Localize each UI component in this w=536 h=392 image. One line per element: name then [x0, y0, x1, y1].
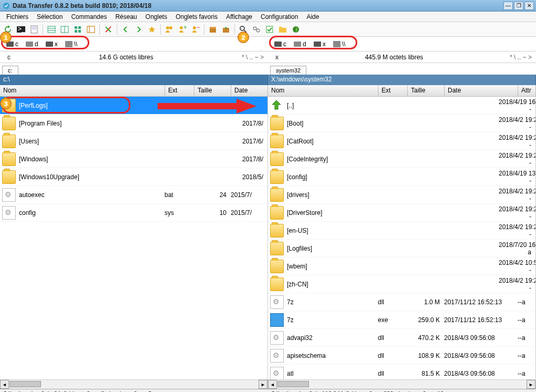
tab-left[interactable]: c:	[2, 66, 18, 75]
drive-label-right[interactable]: x	[275, 54, 279, 61]
scroll-right-arrow[interactable]: ►	[259, 380, 267, 389]
file-row[interactable]: atldll81.5 K2018/4/3 09:56:08--a	[268, 365, 535, 379]
col-ext[interactable]: Ext	[378, 85, 408, 96]
col-ext[interactable]: Ext	[165, 85, 194, 96]
rows-left[interactable]: [PerfLogs][Program Files]2017/8/[Users]2…	[0, 97, 267, 379]
col-nom[interactable]: Nom	[0, 85, 165, 96]
invert-icon[interactable]	[102, 24, 114, 35]
file-row[interactable]: [..]2018/4/19 16:19:37d--	[268, 97, 535, 115]
view-thumb-icon[interactable]	[72, 24, 84, 35]
unpack-icon[interactable]	[220, 24, 232, 35]
file-row[interactable]: advapi32dll470.2 K2018/4/3 09:56:08--a	[268, 329, 535, 347]
view-tree-icon[interactable]	[85, 24, 97, 35]
user-remove-icon[interactable]: −	[190, 24, 201, 35]
forward-icon[interactable]	[133, 24, 145, 35]
col-taille[interactable]: Taille	[408, 85, 445, 96]
menu-onglets-favoris[interactable]: Onglets favoris	[172, 12, 221, 22]
nav-left[interactable]: * \ .. ~ >	[242, 54, 264, 61]
scroll-right-arrow[interactable]: ►	[527, 380, 535, 389]
file-date: 2018/5/	[242, 173, 263, 181]
menu-selection[interactable]: Sélection	[34, 12, 66, 22]
file-row[interactable]: [DriverStore]2018/4/2 19:24:53d--	[268, 204, 535, 222]
file-row[interactable]: [config]2018/4/19 13:45:36d--	[268, 168, 535, 186]
view-full-icon[interactable]	[59, 24, 70, 35]
folder-icon[interactable]	[277, 24, 288, 35]
file-row[interactable]: [wbem]2018/4/2 10:59:42d--	[268, 257, 535, 275]
file-row[interactable]: [Boot]2018/4/2 19:24:52d--	[268, 115, 535, 132]
file-row[interactable]: [CodeIntegrity]2018/4/2 19:24:52d--	[268, 150, 535, 168]
file-row[interactable]: 7zexe259.0 K2017/11/12 16:52:13--a	[268, 311, 535, 329]
svg-rect-6	[48, 26, 55, 33]
notepad-icon[interactable]	[28, 24, 40, 35]
menu-reseau[interactable]: Réseau	[112, 12, 140, 22]
file-size: 2018/4/2 19:24:52d--	[499, 134, 535, 149]
check-icon[interactable]	[264, 24, 275, 35]
menu-aide[interactable]: Aide	[303, 12, 322, 22]
terminal-icon[interactable]: >_	[15, 24, 27, 35]
hscroll-right[interactable]: ◄ ►	[268, 380, 536, 389]
file-name: [zh-CN]	[286, 281, 469, 288]
file-row[interactable]: [Program Files]2017/8/	[0, 115, 267, 132]
status-right: Sélectionnés : 0 de 116.6 M, fichiers : …	[268, 389, 536, 392]
rows-right[interactable]: [..]2018/4/19 16:19:37d--[Boot]2018/4/2 …	[268, 97, 535, 379]
drive-d-left[interactable]: d	[23, 39, 42, 49]
file-row[interactable]: [Logfiles]2018/7/20 16:19:27d-a	[268, 240, 535, 257]
file-row[interactable]: autoexecbat242015/7/	[0, 186, 267, 204]
drive-d-right[interactable]: d	[291, 39, 310, 49]
scroll-left-arrow[interactable]: ◄	[0, 380, 9, 389]
back-icon[interactable]	[120, 24, 131, 35]
drive-net-left[interactable]: \\	[62, 39, 81, 49]
drive-label-left[interactable]: c	[7, 54, 11, 61]
close-button[interactable]: ✕	[524, 2, 534, 10]
menu-configuration[interactable]: Configuration	[257, 12, 301, 22]
drive-net-right[interactable]: \\	[330, 39, 349, 49]
col-attr[interactable]: Attr	[518, 85, 536, 96]
menu-commandes[interactable]: Commandes	[68, 12, 110, 22]
help-icon[interactable]	[290, 24, 302, 35]
col-date[interactable]: Date	[231, 85, 268, 96]
scroll-thumb[interactable]	[277, 381, 309, 387]
svg-rect-32	[279, 27, 282, 28]
drive-x-right[interactable]: x	[311, 39, 329, 49]
user-add-icon[interactable]: +	[177, 24, 188, 35]
file-row[interactable]: [PerfLogs]	[0, 97, 267, 115]
file-row[interactable]: [CatRoot]2018/4/2 19:24:52d--	[268, 132, 535, 150]
scroll-left-arrow[interactable]: ◄	[268, 380, 277, 389]
path-right[interactable]: X:\windows\system32	[268, 75, 536, 85]
path-left[interactable]: c:\	[0, 75, 268, 85]
col-date[interactable]: Date	[445, 85, 518, 96]
maximize-button[interactable]: ❐	[514, 2, 523, 10]
nav-right[interactable]: * \ .. ~ >	[510, 54, 532, 61]
file-row[interactable]: [Windows10Upgrade]2018/5/	[0, 168, 267, 186]
file-name: [Windows10Upgrade]	[18, 173, 201, 181]
view-brief-icon[interactable]	[46, 24, 57, 35]
file-row[interactable]: [en-US]2018/4/2 19:24:53d--	[268, 222, 535, 240]
drive-c-right[interactable]: c	[271, 39, 290, 49]
drive-x-left[interactable]: x	[43, 39, 61, 49]
sync-icon[interactable]	[251, 24, 262, 35]
col-taille[interactable]: Taille	[194, 85, 231, 96]
tab-right[interactable]: system32	[270, 66, 306, 75]
file-row[interactable]: apisetschemadll108.9 K2018/4/3 09:56:08-…	[268, 347, 535, 365]
folder-icon	[2, 152, 16, 166]
menu-onglets[interactable]: Onglets	[142, 12, 170, 22]
folder-icon	[270, 152, 284, 166]
minimize-button[interactable]: —	[503, 2, 513, 10]
file-row[interactable]: [zh-CN]2018/4/2 19:24:54d--	[268, 275, 535, 293]
file-icon	[2, 206, 16, 220]
file-row[interactable]: configsys102015/7/	[0, 204, 267, 222]
hscroll-left[interactable]: ◄ ►	[0, 380, 268, 389]
menu-fichiers[interactable]: Fichiers	[3, 12, 32, 22]
file-row[interactable]: [Windows]2017/8/	[0, 150, 267, 168]
pack-icon[interactable]	[207, 24, 219, 35]
menu-affichage[interactable]: Affichage	[223, 12, 255, 22]
scroll-thumb[interactable]	[9, 381, 41, 387]
file-row[interactable]: [Users]2017/6/	[0, 132, 267, 150]
file-size: 2018/4/19 13:45:36d--	[499, 170, 535, 184]
file-row[interactable]: 7zdll1.0 M2017/11/12 16:52:13--a	[268, 293, 535, 311]
file-row[interactable]: [drivers]2018/4/2 19:24:53d--	[268, 186, 535, 204]
file-ext: bat	[164, 191, 194, 199]
users-icon[interactable]	[163, 24, 175, 35]
col-nom[interactable]: Nom	[268, 85, 378, 96]
favorites-icon[interactable]	[146, 24, 158, 35]
